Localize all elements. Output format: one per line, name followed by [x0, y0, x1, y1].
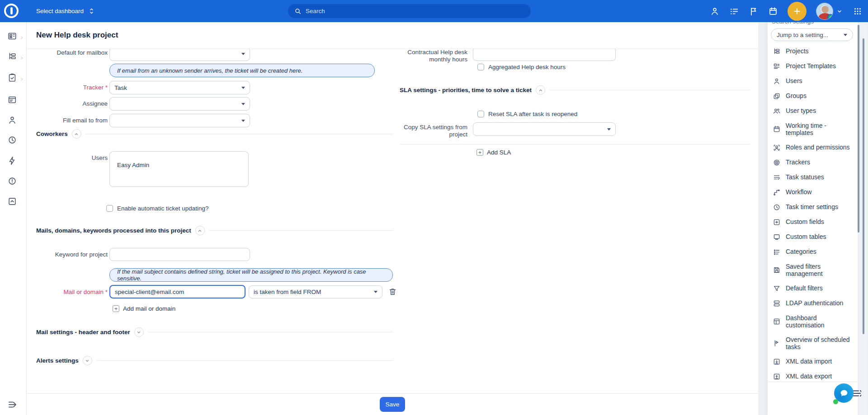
xml-export-icon: [773, 373, 781, 381]
user-icon[interactable]: [710, 6, 720, 16]
trackers-icon: [773, 159, 781, 167]
jump-to-setting-select[interactable]: Jump to a setting...: [771, 28, 853, 41]
sidebar-item-lightning[interactable]: [7, 156, 17, 166]
user-menu[interactable]: ✓: [816, 3, 843, 20]
add-mail-domain-button[interactable]: + Add mail or domain: [113, 305, 175, 312]
copy-sla-label: Copy SLA settings from project: [402, 124, 467, 138]
settings-item-saved-filters-management[interactable]: Saved filters management: [771, 259, 856, 281]
settings-item-groups[interactable]: Groups: [771, 89, 856, 103]
users-listbox[interactable]: Easy Admin: [109, 151, 249, 187]
sidebar-item-alert[interactable]: [7, 176, 17, 186]
contract-hours-label: Contractual Help desk monthly hours: [402, 49, 467, 63]
collapse-up-icon[interactable]: [72, 129, 81, 139]
search-input[interactable]: Search: [288, 4, 531, 18]
collapse-down-icon[interactable]: [83, 356, 92, 365]
sidebar-item-browser[interactable]: [7, 95, 17, 105]
settings-item-trackers[interactable]: Trackers: [771, 155, 856, 170]
copy-sla-select[interactable]: [473, 122, 616, 136]
tracker-select[interactable]: Task: [109, 81, 250, 94]
fill-email-label: Fill email to from: [36, 117, 108, 124]
sidebar-item-archive-up[interactable]: [7, 196, 17, 206]
settings-item-projects[interactable]: Projects: [771, 44, 856, 59]
dashboard-selector[interactable]: Select dashboard: [36, 0, 95, 22]
add-sla-button[interactable]: + Add SLA: [476, 149, 511, 156]
sidebar-item-clipboard-check[interactable]: [7, 73, 17, 83]
mail-domain-label: Mail or domain *: [36, 289, 108, 296]
settings-item-user-types[interactable]: User types: [771, 103, 856, 118]
chevron-down-icon[interactable]: [836, 8, 843, 15]
delete-mail-icon[interactable]: [388, 287, 397, 296]
online-status-badge: ✓: [827, 14, 833, 20]
settings-item-task-statuses[interactable]: Task statuses: [771, 170, 856, 185]
user-types-icon: [773, 107, 781, 115]
apps-grid-icon[interactable]: [853, 6, 863, 16]
default-for-mailbox-select[interactable]: [109, 49, 250, 61]
mail-settings-section: Mail settings - header and footer: [36, 327, 393, 337]
settings-panel: Search settings Jump to a setting... Pro…: [768, 18, 858, 415]
sla-divider: [400, 144, 750, 145]
app-logo-icon[interactable]: [4, 4, 19, 18]
sidebar-expand-icon[interactable]: [7, 399, 19, 410]
caret-icon: [844, 34, 847, 36]
settings-item-default-filters[interactable]: Default filters: [771, 281, 856, 296]
settings-item-label: Users: [786, 77, 802, 85]
panel-scrollbar-thumb[interactable]: [858, 25, 859, 233]
auto-update-checkbox[interactable]: [106, 205, 113, 212]
avatar[interactable]: ✓: [816, 3, 833, 20]
add-mail-domain-label: Add mail or domain: [123, 305, 175, 312]
settings-item-project-templates[interactable]: Project Templates: [771, 59, 856, 74]
calendar-icon[interactable]: [768, 6, 778, 16]
aggregated-checkbox[interactable]: [477, 64, 484, 70]
add-new-button[interactable]: [788, 2, 807, 21]
unknown-sender-info: If email from an unknown sender arrives,…: [109, 64, 375, 77]
sla-section: SLA settings - priorities, time to solve…: [400, 85, 750, 95]
caret-icon: [241, 103, 245, 105]
search-placeholder: Search: [306, 8, 325, 14]
settings-item-ldap-authentication[interactable]: LDAP authentication: [771, 296, 856, 311]
mail-domain-input[interactable]: special-client@email.com: [109, 285, 245, 298]
settings-item-custom-fields[interactable]: Custom fields: [771, 214, 856, 229]
alerts-section: Alerts settings: [36, 356, 393, 365]
mail-rule-select[interactable]: is taken from field FROM: [249, 285, 382, 298]
form-footer: Save: [27, 393, 758, 415]
left-sidebar: [0, 22, 27, 415]
custom-tables-icon: [773, 233, 781, 241]
contract-hours-input[interactable]: [473, 49, 616, 61]
settings-item-xml-data-import[interactable]: XML data import: [771, 354, 856, 369]
save-button[interactable]: Save: [380, 397, 405, 412]
mail-settings-header: Mail settings - header and footer: [36, 329, 130, 336]
fill-email-select[interactable]: [109, 114, 250, 127]
settings-item-categories[interactable]: Categories: [771, 244, 856, 259]
archive-up-icon: [7, 196, 17, 206]
sidebar-item-projects-tree[interactable]: [7, 51, 17, 61]
collapse-up-icon[interactable]: [536, 85, 545, 95]
task-statuses-icon: [773, 173, 781, 182]
add-sla-label: Add SLA: [487, 149, 511, 156]
keyword-input[interactable]: [109, 248, 250, 261]
sidebar-item-dashboard[interactable]: [7, 31, 17, 41]
reset-sla-label: Reset SLA after task is reopened: [488, 111, 577, 117]
settings-item-users[interactable]: Users: [771, 74, 856, 89]
top-bar: Select dashboard Search: [0, 0, 868, 22]
assignee-select[interactable]: [109, 97, 250, 111]
page-title: New Help desk project: [36, 31, 118, 40]
settings-item-label: Workflow: [786, 188, 811, 196]
settings-item-task-timer-settings[interactable]: Task timer settings: [771, 200, 856, 214]
page-scrollbar-thumb[interactable]: [863, 38, 864, 334]
collapse-down-icon[interactable]: [134, 327, 144, 337]
settings-item-overview-of-scheduled-tasks[interactable]: Overview of scheduled tasks: [771, 332, 856, 354]
collapse-up-icon[interactable]: [195, 226, 205, 235]
settings-item-workflow[interactable]: Workflow: [771, 185, 856, 200]
sidebar-item-clock[interactable]: [7, 135, 17, 145]
sidebar-item-user[interactable]: [7, 115, 17, 125]
chat-status-dot: [833, 399, 838, 404]
tasks-icon[interactable]: [729, 6, 739, 16]
flag-icon[interactable]: [749, 6, 759, 16]
default-filters-icon: [773, 284, 781, 293]
settings-item-roles-and-permissions[interactable]: Roles and permissions: [771, 140, 856, 155]
users-value[interactable]: Easy Admin: [117, 162, 149, 168]
settings-item-dashboard-customisation[interactable]: Dashboard customisation: [771, 311, 856, 332]
reset-sla-checkbox[interactable]: [477, 111, 484, 117]
settings-item-custom-tables[interactable]: Custom tables: [771, 229, 856, 244]
settings-item-working-time-templates[interactable]: Working time - templates: [771, 118, 856, 140]
